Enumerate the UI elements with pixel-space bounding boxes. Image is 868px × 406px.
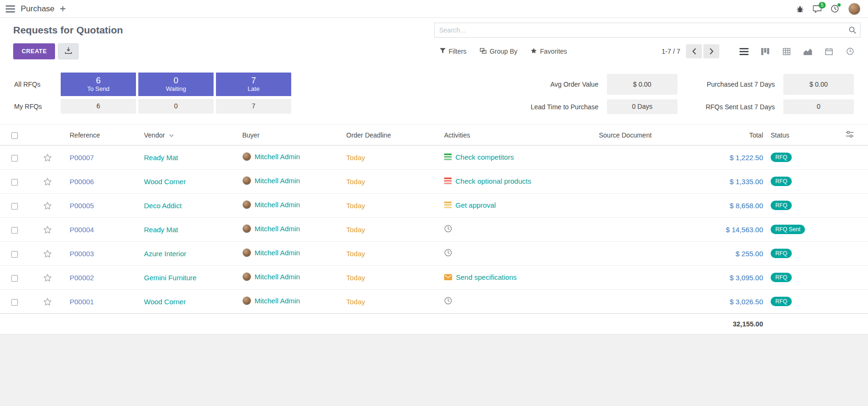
vendor-link[interactable]: Deco Addict <box>144 202 182 210</box>
reference-link[interactable]: P00003 <box>70 250 94 258</box>
table-row[interactable]: P00007Ready MatMitchell AdminTodayCheck … <box>0 146 868 170</box>
row-checkbox[interactable] <box>11 203 18 210</box>
row-checkbox[interactable] <box>11 179 18 186</box>
header-source-document[interactable]: Source Document <box>595 125 677 146</box>
favorite-star-icon[interactable] <box>43 226 52 234</box>
header-reference[interactable]: Reference <box>66 125 140 146</box>
activities-icon[interactable] <box>831 5 839 13</box>
activity-list-icon[interactable] <box>444 202 452 208</box>
vendor-link[interactable]: Azure Interior <box>144 250 186 258</box>
vendor-link[interactable]: Wood Corner <box>144 178 186 186</box>
apps-menu-icon[interactable] <box>6 5 15 13</box>
favorites-button[interactable]: Favorites <box>531 48 567 55</box>
user-avatar[interactable] <box>848 3 860 15</box>
buyer-link[interactable]: Mitchell Admin <box>255 249 300 257</box>
pager-previous-button[interactable] <box>686 44 702 58</box>
total-amount: $ 3,026.50 <box>730 298 763 306</box>
row-checkbox[interactable] <box>11 299 18 306</box>
my-stage-to-send[interactable]: 6 <box>61 99 136 114</box>
activity-clock-icon[interactable] <box>444 249 452 257</box>
vendor-link[interactable]: Ready Mat <box>144 226 178 234</box>
table-row[interactable]: P00001Wood CornerMitchell AdminToday$ 3,… <box>0 290 868 314</box>
header-buyer[interactable]: Buyer <box>239 125 342 146</box>
favorite-star-icon[interactable] <box>43 202 52 210</box>
my-stage-waiting[interactable]: 0 <box>138 99 214 114</box>
buyer-link[interactable]: Mitchell Admin <box>255 153 300 161</box>
header-order-deadline[interactable]: Order Deadline <box>342 125 440 146</box>
stage-box-late[interactable]: 7 Late <box>216 73 291 96</box>
stage-box-waiting[interactable]: 0 Waiting <box>138 73 214 96</box>
activity-view-icon[interactable] <box>839 44 860 58</box>
debug-icon[interactable] <box>796 5 804 13</box>
activity-summary-link[interactable]: Check optional products <box>455 177 531 185</box>
favorite-star-icon[interactable] <box>43 178 52 186</box>
favorite-star-icon[interactable] <box>43 154 52 162</box>
activity-list-icon[interactable] <box>444 178 452 184</box>
reference-link[interactable]: P00005 <box>70 202 94 210</box>
rfq-list-table: Reference Vendor Buyer Order Deadline Ac… <box>0 124 868 334</box>
kanban-view-icon[interactable] <box>755 44 776 58</box>
reference-link[interactable]: P00004 <box>70 226 94 234</box>
buyer-link[interactable]: Mitchell Admin <box>255 225 300 233</box>
pager-next-button[interactable] <box>703 44 719 58</box>
calendar-view-icon[interactable] <box>818 44 839 58</box>
activity-summary-link[interactable]: Check competitors <box>455 153 514 161</box>
pivot-view-icon[interactable] <box>776 44 797 58</box>
select-all-checkbox[interactable] <box>11 132 18 139</box>
app-name[interactable]: Purchase <box>21 4 55 14</box>
create-button[interactable]: CREATE <box>13 43 55 59</box>
search-icon[interactable] <box>849 26 856 36</box>
activity-summary-link[interactable]: Get approval <box>455 201 496 209</box>
buyer-avatar-icon <box>242 296 251 305</box>
header-vendor[interactable]: Vendor <box>140 125 239 146</box>
buyer-link[interactable]: Mitchell Admin <box>255 177 300 185</box>
header-status[interactable]: Status <box>767 125 842 146</box>
table-row[interactable]: P00006Wood CornerMitchell AdminTodayChec… <box>0 170 868 194</box>
favorite-star-icon[interactable] <box>43 250 52 258</box>
plus-tab-icon[interactable] <box>60 6 65 11</box>
search-input[interactable] <box>434 23 861 38</box>
optional-columns-icon[interactable] <box>846 131 853 138</box>
export-button[interactable] <box>58 43 79 59</box>
group-by-button[interactable]: Group By <box>480 48 518 55</box>
table-row[interactable]: P00003Azure InteriorMitchell AdminToday$… <box>0 242 868 266</box>
favorite-star-icon[interactable] <box>43 274 52 282</box>
activity-list-icon[interactable] <box>444 154 452 160</box>
reference-link[interactable]: P00001 <box>70 298 94 306</box>
activity-clock-icon[interactable] <box>444 225 452 233</box>
activity-summary-link[interactable]: Send specifications <box>456 273 517 281</box>
stage-box-to-send[interactable]: 6 To Send <box>61 73 136 96</box>
messages-icon[interactable]: 5 <box>813 5 821 13</box>
row-checkbox[interactable] <box>11 227 18 234</box>
favorites-label: Favorites <box>540 48 567 55</box>
activity-mail-icon[interactable] <box>444 274 452 280</box>
row-end-spacer <box>842 170 868 194</box>
reference-link[interactable]: P00006 <box>70 178 94 186</box>
activity-clock-icon[interactable] <box>444 297 452 305</box>
header-total[interactable]: Total <box>677 125 767 146</box>
row-checkbox[interactable] <box>11 155 18 162</box>
graph-view-icon[interactable] <box>797 44 818 58</box>
buyer-link[interactable]: Mitchell Admin <box>255 201 300 209</box>
header-label: Order Deadline <box>346 131 391 139</box>
table-row[interactable]: P00005Deco AddictMitchell AdminTodayGet … <box>0 194 868 218</box>
pager-range[interactable]: 1-7 / 7 <box>661 48 680 55</box>
row-checkbox[interactable] <box>11 275 18 282</box>
vendor-link[interactable]: Ready Mat <box>144 154 178 162</box>
buyer-link[interactable]: Mitchell Admin <box>255 297 300 305</box>
order-deadline-text: Today <box>346 178 365 186</box>
reference-link[interactable]: P00007 <box>70 154 94 162</box>
favorite-star-icon[interactable] <box>43 298 52 306</box>
my-stage-late[interactable]: 7 <box>216 99 291 114</box>
header-activities[interactable]: Activities <box>440 125 595 146</box>
list-view-icon[interactable] <box>733 44 755 58</box>
buyer-link[interactable]: Mitchell Admin <box>255 273 300 281</box>
reference-link[interactable]: P00002 <box>70 274 94 282</box>
vendor-link[interactable]: Wood Corner <box>144 298 186 306</box>
table-row[interactable]: P00004Ready MatMitchell AdminToday$ 14,5… <box>0 218 868 242</box>
row-checkbox[interactable] <box>11 251 18 258</box>
activities-badge <box>837 3 841 7</box>
table-row[interactable]: P00002Gemini FurnitureMitchell AdminToda… <box>0 266 868 290</box>
vendor-link[interactable]: Gemini Furniture <box>144 274 197 282</box>
filters-button[interactable]: Filters <box>440 48 467 55</box>
